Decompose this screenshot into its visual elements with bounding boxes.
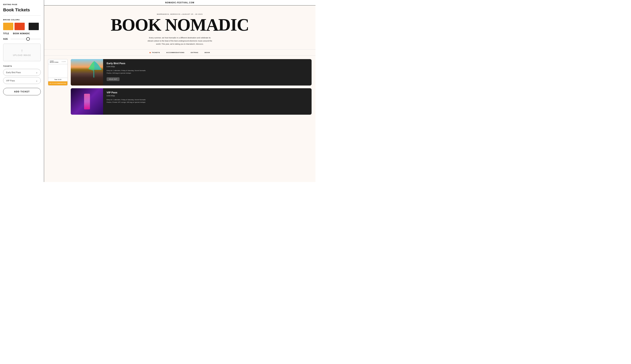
upload-area[interactable]: ↑ UPLOAD IMAGE — [3, 44, 41, 61]
title-row: TITLE BOOK NOMADIC — [3, 32, 41, 35]
ticket-card-early-bird: Early Bird Pass £184.00/pp Entry for 1 a… — [71, 59, 312, 86]
umbrella-svg — [86, 61, 102, 79]
go-to-accommodation-button[interactable]: GO TO ACCOMMODATION — [48, 82, 67, 85]
upload-text: UPLOAD IMAGE — [13, 54, 31, 56]
ticket-name-early-bird: Early Bird Pass — [107, 62, 308, 65]
size-row: SIZE — [3, 37, 41, 41]
ticket-dropdown-vip[interactable]: VIP Pass ⌄ — [3, 77, 41, 84]
nav-item-extras[interactable]: EXTRAS — [191, 52, 198, 54]
ticket-info-vip: VIP Pass £330.00/pp Entry for 1 attendee… — [103, 88, 312, 115]
size-track — [11, 39, 41, 39]
brand-colors-row — [3, 23, 41, 30]
ticket-info-early-bird: Early Bird Pass £184.00/pp Entry for 1 a… — [103, 59, 312, 86]
sold-out-badge-early-bird: SOLD OUT — [107, 77, 120, 81]
add-ticket-button[interactable]: ADD TICKET — [3, 88, 41, 95]
left-panel: EDITING PAGE Book Tickets BRAND COLORS T… — [0, 0, 44, 182]
nav-label-accommodations: ACCOMMODATIONS — [166, 52, 184, 54]
tickets-label: TICKETS — [3, 65, 12, 67]
tickets-section: TICKETS Early Bird Pass ⌄ VIP Pass ⌄ — [3, 64, 41, 84]
ticket-content-area: YOUR SELECTIONS CLEAR Total: £0.00 GO TO… — [44, 56, 315, 118]
selections-widget: YOUR SELECTIONS CLEAR Total: £0.00 GO TO… — [48, 59, 68, 86]
page-title: Book Tickets — [3, 8, 41, 12]
color-swatch-black[interactable] — [29, 23, 39, 30]
ticket-desc-vip: Entry for 1 attendee, Friday & Saturday,… — [107, 99, 150, 104]
chevron-down-icon-vip: ⌄ — [36, 79, 38, 82]
ticket-name-vip: VIP Pass — [107, 91, 308, 94]
size-label: SIZE — [3, 38, 9, 40]
ticket-dropdown-label-early-bird: Early Bird Pass — [6, 71, 21, 74]
size-slider[interactable] — [11, 37, 41, 41]
chevron-down-icon-early-bird: ⌄ — [36, 71, 38, 74]
domain-label: NOMADIC-FESTIVAL.COM — [165, 2, 194, 4]
hero-title: BOOK NOMADIC — [56, 17, 304, 33]
brand-colors-label: BRAND COLORS — [3, 19, 41, 21]
selections-header: YOUR SELECTIONS CLEAR — [48, 59, 67, 64]
ticket-img-overlay-early-bird — [71, 59, 103, 86]
nav-item-tickets[interactable]: TICKETS — [149, 52, 160, 54]
domain-bar: NOMADIC-FESTIVAL.COM — [44, 0, 315, 6]
right-panel: NOMADIC-FESTIVAL.COM MARRAKECH, MOROCCO … — [44, 0, 315, 182]
preview-area: MARRAKECH, MOROCCO • AUGUST 25 - 26 2023… — [44, 6, 315, 182]
ticket-image-early-bird — [71, 59, 103, 86]
hero-description: Every summer, we host Nomadic in a diffe… — [147, 36, 213, 46]
hero-section: MARRAKECH, MOROCCO • AUGUST 25 - 26 2023… — [44, 6, 315, 50]
nav-item-accommodations[interactable]: ACCOMMODATIONS — [166, 52, 184, 54]
ticket-dropdown-label-vip: VIP Pass — [6, 80, 15, 82]
editing-label: EDITING PAGE — [3, 4, 41, 6]
ticket-price-early-bird: £184.00/pp — [107, 66, 308, 68]
ticket-image-vip — [71, 88, 103, 115]
color-swatch-orange[interactable] — [15, 23, 25, 30]
ticket-dropdown-early-bird[interactable]: Early Bird Pass ⌄ — [3, 69, 41, 76]
selections-body — [48, 64, 67, 78]
ticket-price-vip: £330.00/pp — [107, 95, 308, 97]
nav-active-dot — [149, 52, 151, 53]
tickets-list: Early Bird Pass £184.00/pp Entry for 1 a… — [71, 59, 312, 115]
color-swatch-yellow[interactable] — [3, 23, 13, 30]
ticket-desc-early-bird: Entry for 1 attendee, Friday & Saturday,… — [107, 70, 150, 74]
ticket-card-vip: VIP Pass £330.00/pp Entry for 1 attendee… — [71, 88, 312, 115]
title-key: TITLE — [3, 32, 9, 35]
nav-label-book: BOOK — [204, 52, 210, 54]
neon-image — [71, 88, 103, 115]
clear-button[interactable]: CLEAR — [62, 61, 66, 62]
nav-item-book[interactable]: BOOK — [204, 52, 210, 54]
divider-1 — [3, 16, 41, 16]
size-thumb[interactable] — [26, 37, 30, 41]
selections-title: YOUR SELECTIONS — [50, 60, 62, 63]
preview-nav: TICKETS ACCOMMODATIONS EXTRAS BOOK — [44, 50, 315, 56]
hero-subtitle: MARRAKECH, MOROCCO • AUGUST 25 - 26 2023 — [56, 13, 304, 15]
selections-total: Total: £0.00 — [48, 78, 67, 82]
title-value: BOOK NOMADIC — [13, 32, 30, 35]
nav-label-tickets: TICKETS — [152, 52, 160, 54]
nav-label-extras: EXTRAS — [191, 52, 198, 54]
upload-icon: ↑ — [21, 48, 23, 53]
